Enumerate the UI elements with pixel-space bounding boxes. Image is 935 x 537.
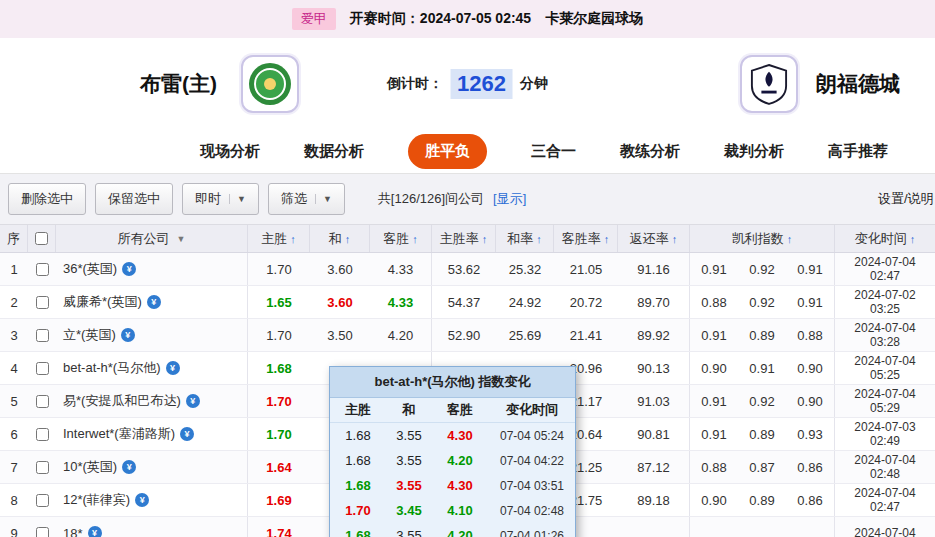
col-away-odds[interactable]: 客胜↑ bbox=[370, 225, 432, 252]
away-rate: 21.05 bbox=[554, 253, 618, 285]
delete-selected-button[interactable]: 删除选中 bbox=[8, 183, 86, 215]
company-name: 10*(英国) bbox=[63, 458, 117, 476]
odds-away: 4.33 bbox=[370, 253, 432, 285]
company-info-icon[interactable]: ¥ bbox=[135, 493, 149, 507]
company-cell[interactable]: 易*(安提瓜和巴布达)¥ bbox=[56, 385, 248, 417]
kelly-draw: 0.92 bbox=[738, 385, 786, 417]
kelly-draw: 0.89 bbox=[738, 484, 786, 516]
row-select[interactable] bbox=[28, 352, 56, 384]
row-checkbox[interactable] bbox=[36, 428, 49, 441]
company-filter-icon[interactable]: ▼ bbox=[177, 234, 186, 244]
kelly-draw bbox=[738, 517, 786, 537]
col-home-rate[interactable]: 主胜率↑ bbox=[432, 225, 496, 252]
company-name: 18* bbox=[63, 526, 83, 537]
row-number: 1 bbox=[0, 253, 28, 285]
tab-win-draw-lose[interactable]: 胜平负 bbox=[408, 134, 487, 169]
row-number: 4 bbox=[0, 352, 28, 384]
show-link[interactable]: [显示] bbox=[493, 190, 526, 208]
row-select[interactable] bbox=[28, 385, 56, 417]
home-team-name: 布雷(主) bbox=[140, 70, 217, 98]
tab-referee-analysis[interactable]: 裁判分析 bbox=[724, 142, 784, 161]
company-info-icon[interactable]: ¥ bbox=[121, 328, 135, 342]
row-checkbox[interactable] bbox=[36, 395, 49, 408]
row-select[interactable] bbox=[28, 517, 56, 537]
select-all-checkbox[interactable] bbox=[35, 232, 48, 245]
company-cell[interactable]: 36*(英国)¥ bbox=[56, 253, 248, 285]
settings-link[interactable]: 设置/说明 bbox=[878, 190, 934, 208]
company-cell[interactable]: bet-at-h*(马尔他)¥ bbox=[56, 352, 248, 384]
table-row[interactable]: 2 威廉希*(英国)¥ 1.65 3.60 4.33 54.37 24.92 2… bbox=[0, 286, 935, 319]
row-select[interactable] bbox=[28, 286, 56, 318]
company-cell[interactable]: 12*(菲律宾)¥ bbox=[56, 484, 248, 516]
kelly-home: 0.90 bbox=[690, 484, 738, 516]
col-draw-rate[interactable]: 和率↑ bbox=[496, 225, 554, 252]
popup-row: 1.68 3.55 4.30 07-04 03:51 bbox=[330, 473, 575, 498]
row-checkbox[interactable] bbox=[36, 263, 49, 276]
odds-home: 1.70 bbox=[248, 253, 310, 285]
row-checkbox[interactable] bbox=[36, 329, 49, 342]
company-info-icon[interactable]: ¥ bbox=[180, 427, 194, 441]
row-checkbox[interactable] bbox=[36, 494, 49, 507]
company-info-icon[interactable]: ¥ bbox=[186, 394, 200, 408]
row-checkbox[interactable] bbox=[36, 527, 49, 537]
col-select[interactable] bbox=[28, 225, 56, 252]
tab-expert-picks[interactable]: 高手推荐 bbox=[828, 142, 888, 161]
company-cell[interactable]: 18*¥ bbox=[56, 517, 248, 537]
company-cell[interactable]: Interwet*(塞浦路斯)¥ bbox=[56, 418, 248, 450]
change-time: 2024-07-0402:47 bbox=[835, 253, 935, 285]
sort-asc-icon: ↑ bbox=[345, 233, 351, 245]
col-return-rate[interactable]: 返还率↑ bbox=[618, 225, 690, 252]
col-draw-odds[interactable]: 和↑ bbox=[310, 225, 370, 252]
row-checkbox[interactable] bbox=[36, 461, 49, 474]
company-cell[interactable]: 立*(英国)¥ bbox=[56, 319, 248, 351]
chevron-down-icon: ▼ bbox=[315, 194, 332, 204]
kelly-draw: 0.89 bbox=[738, 319, 786, 351]
change-time: 2024-07-0405:25 bbox=[835, 352, 935, 384]
match-header: 布雷(主) 倒计时： 1262 分钟 朗福德城 bbox=[0, 38, 935, 130]
row-select[interactable] bbox=[28, 253, 56, 285]
company-name: Interwet*(塞浦路斯) bbox=[63, 425, 175, 443]
table-row[interactable]: 3 立*(英国)¥ 1.70 3.50 4.20 52.90 25.69 21.… bbox=[0, 319, 935, 352]
draw-rate: 25.32 bbox=[496, 253, 554, 285]
kelly-home: 0.90 bbox=[690, 352, 738, 384]
filter-dropdown[interactable]: 筛选 ▼ bbox=[268, 183, 345, 215]
odds-home: 1.70 bbox=[248, 418, 310, 450]
kelly-home bbox=[690, 517, 738, 537]
sort-asc-icon: ↑ bbox=[604, 233, 610, 245]
col-home-odds[interactable]: 主胜↑ bbox=[248, 225, 310, 252]
col-kelly-index[interactable]: 凯利指数↑ bbox=[690, 225, 835, 252]
company-info-icon[interactable]: ¥ bbox=[147, 295, 161, 309]
kelly-home: 0.91 bbox=[690, 385, 738, 417]
row-select[interactable] bbox=[28, 484, 56, 516]
row-checkbox[interactable] bbox=[36, 296, 49, 309]
instant-dropdown[interactable]: 即时 ▼ bbox=[182, 183, 259, 215]
col-away-rate[interactable]: 客胜率↑ bbox=[554, 225, 618, 252]
kelly-draw: 0.89 bbox=[738, 418, 786, 450]
table-row[interactable]: 1 36*(英国)¥ 1.70 3.60 4.33 53.62 25.32 21… bbox=[0, 253, 935, 286]
tab-three-in-one[interactable]: 三合一 bbox=[531, 142, 576, 161]
odds-draw: 3.60 bbox=[310, 286, 370, 318]
company-cell[interactable]: 10*(英国)¥ bbox=[56, 451, 248, 483]
tab-coach-analysis[interactable]: 教练分析 bbox=[620, 142, 680, 161]
odds-home: 1.70 bbox=[248, 385, 310, 417]
league-badge[interactable]: 爱甲 bbox=[292, 8, 336, 30]
row-checkbox[interactable] bbox=[36, 362, 49, 375]
row-select[interactable] bbox=[28, 418, 56, 450]
company-info-icon[interactable]: ¥ bbox=[122, 262, 136, 276]
row-select[interactable] bbox=[28, 451, 56, 483]
company-name: 36*(英国) bbox=[63, 260, 117, 278]
tab-live-analysis[interactable]: 现场分析 bbox=[200, 142, 260, 161]
company-info-icon[interactable]: ¥ bbox=[166, 361, 180, 375]
company-info-icon[interactable]: ¥ bbox=[88, 526, 102, 537]
keep-selected-button[interactable]: 保留选中 bbox=[95, 183, 173, 215]
draw-rate: 25.69 bbox=[496, 319, 554, 351]
tab-data-analysis[interactable]: 数据分析 bbox=[304, 142, 364, 161]
odds-home: 1.74 bbox=[248, 517, 310, 537]
change-time: 2024-07-0402:48 bbox=[835, 451, 935, 483]
return-rate: 89.18 bbox=[618, 484, 690, 516]
company-cell[interactable]: 威廉希*(英国)¥ bbox=[56, 286, 248, 318]
company-info-icon[interactable]: ¥ bbox=[122, 460, 136, 474]
col-change-time[interactable]: 变化时间↑ bbox=[835, 225, 935, 252]
row-select[interactable] bbox=[28, 319, 56, 351]
col-company[interactable]: 所有公司▼ bbox=[56, 225, 248, 252]
